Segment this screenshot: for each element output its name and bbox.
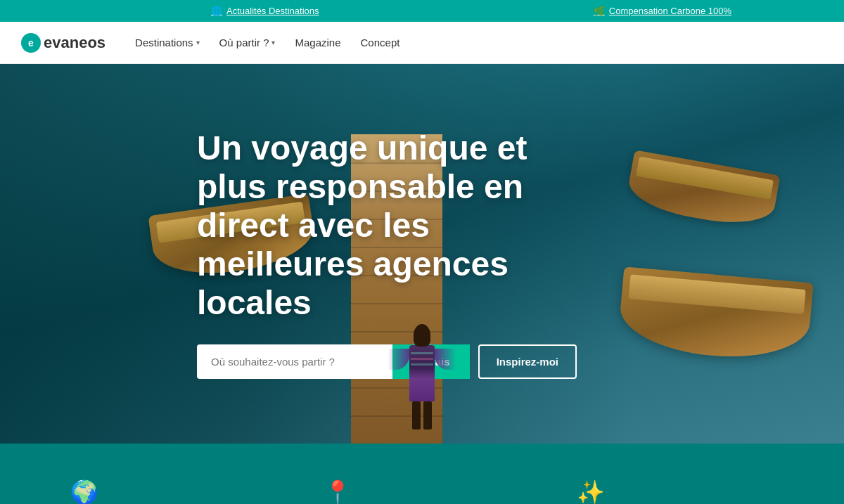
hero-content: Un voyage unique et plus responsable en …: [0, 129, 577, 380]
chevron-down-icon: ▾: [196, 39, 200, 46]
feature-local: 📍 Local Co-créez un voyage en direct ave…: [295, 479, 549, 504]
pin-icon: 📍: [324, 479, 520, 504]
header: e evaneos Destinations ▾ Où partir ? ▾ M…: [0, 22, 844, 64]
person-figure: [409, 345, 435, 401]
nav-destinations[interactable]: Destinations ▾: [127, 31, 208, 54]
search-input[interactable]: [197, 344, 392, 379]
feature-responsable: 🌍 Plus responsable Choisissons de voyage…: [42, 479, 295, 504]
globe-small-icon: 🌐: [211, 6, 222, 16]
nav-ou-partir[interactable]: Où partir ? ▾: [211, 31, 284, 54]
chevron-down-icon: ▾: [271, 39, 275, 46]
feature-unique: ✨ Unique et authentique Profitez d'un se…: [549, 479, 802, 504]
hero-title: Un voyage unique et plus responsable en …: [197, 129, 577, 323]
features-section: 🌍 Plus responsable Choisissons de voyage…: [0, 444, 844, 504]
nav-concept[interactable]: Concept: [352, 31, 409, 54]
hero-section: Un voyage unique et plus responsable en …: [0, 64, 844, 444]
logo-text: evaneos: [44, 34, 106, 52]
main-nav: Destinations ▾ Où partir ? ▾ Magazine Co…: [127, 31, 408, 54]
actualites-link[interactable]: 🌐 Actualités Destinations: [211, 6, 319, 16]
leaf-icon: 🌿: [594, 6, 605, 16]
logo[interactable]: e evaneos: [21, 33, 106, 53]
nav-magazine[interactable]: Magazine: [286, 31, 349, 54]
carbon-link[interactable]: 🌿 Compensation Carbone 100%: [594, 6, 731, 16]
inspire-button[interactable]: Inspirez-moi: [478, 344, 577, 379]
logo-icon: e: [21, 33, 41, 53]
sparkle-icon: ✨: [577, 479, 774, 504]
search-bar: J'y vais Inspirez-moi: [197, 344, 577, 379]
top-bar: 🌐 Actualités Destinations 🌿 Compensation…: [0, 0, 844, 22]
globe-icon: 🌍: [70, 479, 267, 504]
